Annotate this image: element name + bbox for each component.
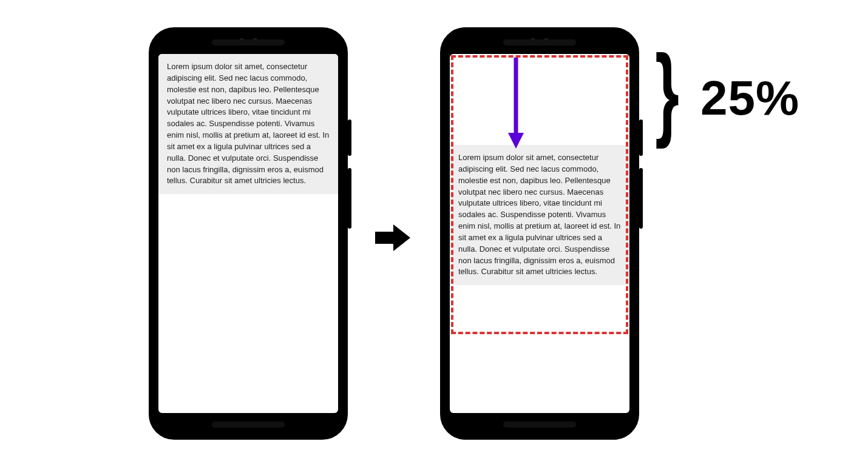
phone-side-button [639,119,643,156]
phone-speaker-top [212,39,285,45]
content-block-before: Lorem ipsum dolor sit amet, consectetur … [158,54,338,194]
phone-speaker-bottom [503,422,576,428]
content-block-after: Lorem ipsum dolor sit amet, consectetur … [450,145,629,285]
brace-icon: } [655,40,679,143]
shift-percent-label: 25% [700,70,799,126]
phone-side-button [639,168,643,229]
phone-screen-before: Lorem ipsum dolor sit amet, consectetur … [158,54,338,413]
phone-before: Lorem ipsum dolor sit amet, consectetur … [149,27,348,440]
transition-arrow-icon [375,223,412,252]
phone-after: Lorem ipsum dolor sit amet, consectetur … [440,27,639,440]
diagram-canvas: Lorem ipsum dolor sit amet, consectetur … [0,0,868,467]
phone-side-button [348,168,351,229]
phone-screen-after: Lorem ipsum dolor sit amet, consectetur … [450,54,629,413]
phone-side-button [348,119,351,156]
svg-marker-0 [375,224,410,251]
phone-speaker-top [503,39,576,45]
shift-down-arrow-icon [506,58,526,149]
phone-speaker-bottom [212,422,285,428]
